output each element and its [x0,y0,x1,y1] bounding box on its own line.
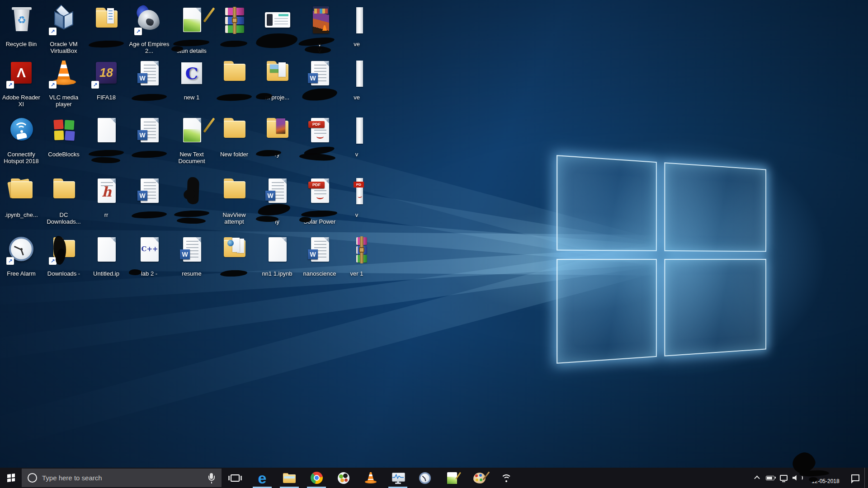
doc-v-1[interactable]: v [335,117,378,169]
censor-scribble [217,94,252,102]
untitled-ipynb-icon [91,236,122,265]
taskbar-file-explorer[interactable] [276,468,303,488]
censor-scribble [174,210,209,218]
paper-redacted[interactable] [85,117,127,169]
lab-2[interactable]: C++lab 2 - [128,236,170,288]
censor-scribble [809,477,818,482]
icon-label: Untitled.ip [85,270,127,277]
censor-scribble [302,87,338,102]
folder-proje-icon [262,60,292,89]
word-redacted-2[interactable]: W [298,60,341,112]
resume-icon: W [176,236,207,265]
icon-label: VLC media player [42,94,85,108]
folder-redacted-2[interactable] [213,60,255,112]
new-text-document[interactable]: New Text Document [170,117,213,169]
folder-redacted-3[interactable] [213,236,255,288]
navview-attempt-icon [219,177,250,206]
icon-label: Adobe Reader XI [0,94,42,108]
windows-desktop: ♻Recycle Bin↗Oracle VM VirtualBox↗Age of… [0,0,868,488]
solar-power-icon: PDF [304,177,335,206]
taskbar-paint-palette[interactable] [466,468,493,488]
ipynb-checkpoints[interactable]: .ipynb_che... [0,177,42,230]
untitled-ipynb[interactable]: Untitled.ip [85,236,127,288]
adobe-reader-xi-icon: Λ↗ [6,60,37,89]
downloads[interactable]: ↗Downloads - [42,236,85,288]
connectify-hotspot-2018[interactable]: Connectify Hotspot 2018 [0,117,42,169]
icon-label: Free Alarm [0,270,42,277]
icon-redacted[interactable] [170,177,213,230]
new-folder-icon [219,117,250,145]
recycle-bin[interactable]: ♻Recycle Bin [0,6,42,59]
free-alarm[interactable]: ↗Free Alarm [0,236,42,288]
censor-scribble [91,157,120,164]
taskbar-notepad-plus-plus[interactable] [439,468,466,488]
folder-ry[interactable]: ry [256,117,298,169]
taskbar-photoscape[interactable] [330,468,357,488]
folder-redacted-1[interactable] [85,6,127,59]
pdf-v[interactable]: PDv [335,177,378,230]
paper-redacted-icon [91,117,122,145]
pdf-redacted-1[interactable]: PDF [298,117,341,169]
folder-proje[interactable]: m proje... [256,60,298,112]
doc-ve-2[interactable]: ve [335,60,378,112]
nanoscience[interactable]: Wnanoscience [298,236,341,288]
oracle-vm-virtualbox[interactable]: ↗Oracle VM VirtualBox [42,6,85,59]
word-redacted-1[interactable]: W [128,60,170,112]
taskbar-chrome[interactable] [303,468,330,488]
censor-scribble [89,150,124,157]
show-desktop-button[interactable] [864,468,868,488]
screenshot-redacted[interactable] [256,6,298,59]
solar-power[interactable]: PDFSolar Power [298,177,341,230]
ver-1[interactable]: ver 1 [335,236,378,288]
doc-ve-1[interactable]: ve [335,6,378,59]
game-redacted[interactable]: yV [298,6,341,59]
fifa18[interactable]: 18↗FIFA18 [85,60,127,112]
adobe-reader-xi[interactable]: Λ↗Adobe Reader XI [0,60,42,112]
resume[interactable]: Wresume [170,236,213,288]
taskbar-task-view[interactable] [222,468,249,488]
taskbar-system-monitor[interactable] [384,468,411,488]
fifa18-icon: 18↗ [91,60,122,89]
age-of-empires-2[interactable]: ↗Age of Empires 2... [128,6,170,59]
taskbar-wifi-hotspot[interactable] [493,468,520,488]
taskbar-alarm-clock[interactable] [411,468,439,488]
pdf-v-icon: PD [341,177,372,206]
chrome-icon [311,472,323,484]
censor-scribble [299,217,311,222]
icon-label: ve [335,41,378,47]
new-folder[interactable]: New folder [213,117,255,169]
censor-scribble [220,270,247,277]
icon-redacted-icon [176,177,207,206]
paint-palette-icon [473,473,486,483]
icon-label: Recycle Bin [0,41,42,47]
word-fy[interactable]: Wfy [256,177,298,230]
icon-label: Connectify Hotspot 2018 [0,151,42,164]
navview-attempt[interactable]: NavView attempt [213,177,255,230]
taskbar-vlc[interactable] [357,468,384,488]
rar-redacted[interactable] [213,6,255,59]
new-1[interactable]: Cnew 1 [170,60,213,112]
action-center-icon[interactable] [846,468,864,488]
new-text-document-icon [176,117,207,145]
rr[interactable]: hrr [85,177,127,230]
word-redacted-4[interactable]: W [128,177,170,230]
taskbar-edge[interactable]: e [249,468,276,488]
microphone-icon[interactable] [207,473,216,483]
word-redacted-3[interactable]: W [128,117,170,169]
nanoscience-icon: W [304,236,335,265]
codeblocks[interactable]: CodeBlocks [42,117,85,169]
start-button[interactable] [0,468,22,488]
battery-icon[interactable] [763,468,777,488]
windows-start-icon [7,474,15,482]
shortcut-arrow-icon: ↗ [6,81,14,89]
dc-downloads[interactable]: DC Downloads... [42,177,85,230]
nn1-ipynb[interactable]: nn1 1.ipynb [256,236,298,288]
doc-stun-details[interactable]: stun details [170,6,213,59]
vlc-media-player[interactable]: ↗VLC media player [42,60,85,112]
display-icon[interactable] [777,468,790,488]
search-placeholder: Type here to search [42,474,202,482]
search-input[interactable]: Type here to search [22,469,222,487]
icon-label: Oracle VM VirtualBox [42,41,85,54]
tray-chevron-icon[interactable] [750,468,763,488]
file-explorer-icon [283,473,296,483]
